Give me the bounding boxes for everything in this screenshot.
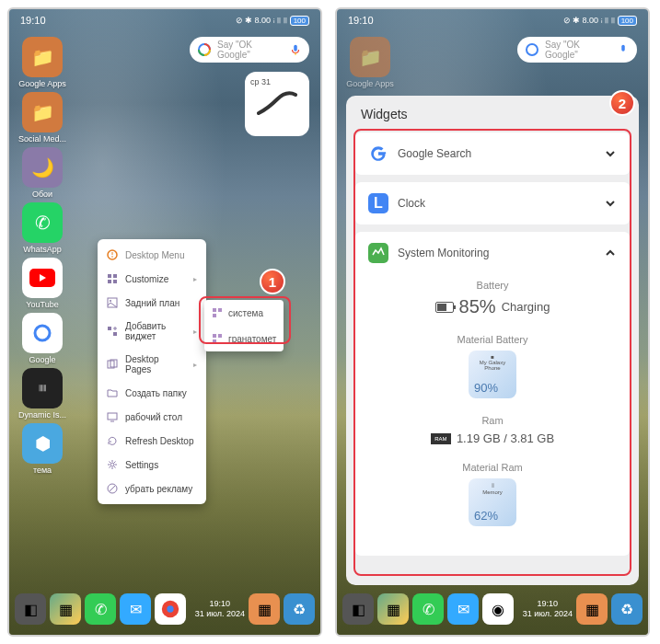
dock-apps[interactable]: ▦ xyxy=(249,593,280,625)
google-logo-icon xyxy=(525,42,539,57)
dock-app2[interactable]: ▦ xyxy=(50,593,81,625)
status-time: 19:10 xyxy=(20,15,46,26)
menu-refresh[interactable]: Refresh Desktop xyxy=(98,429,206,453)
app-social[interactable]: 📁Social Med... xyxy=(17,92,68,144)
svg-rect-1 xyxy=(294,45,297,52)
mic-icon[interactable] xyxy=(289,43,302,56)
svg-point-4 xyxy=(35,326,50,340)
desktop-context-menu: Desktop Menu Customize▸ Задний план Доба… xyxy=(98,239,206,504)
svg-point-31 xyxy=(527,44,538,55)
menu-background[interactable]: Задний план xyxy=(98,291,206,315)
svg-rect-11 xyxy=(113,280,117,283)
dock-phone[interactable]: ✆ xyxy=(85,593,116,625)
svg-rect-15 xyxy=(113,332,117,336)
dock-chrome[interactable] xyxy=(155,593,186,625)
phone-right: 19:10 ⊘ ✱ 8.00 ᵢ ⫴ ⫴100 Say "OK Google" … xyxy=(335,7,650,637)
app-google[interactable]: Google xyxy=(17,313,68,364)
svg-rect-32 xyxy=(621,45,625,52)
menu-title: Desktop Menu xyxy=(98,243,206,267)
svg-rect-18 xyxy=(108,413,117,420)
app-whatsapp[interactable]: ✆WhatsApp xyxy=(17,202,68,254)
app-dynamic[interactable]: ⫴⫴Dynamic Is... xyxy=(17,368,68,420)
menu-customize[interactable]: Customize▸ xyxy=(98,267,206,291)
svg-point-30 xyxy=(167,605,173,612)
menu-add-widget[interactable]: Добавить виджет▸ xyxy=(98,315,206,348)
svg-point-20 xyxy=(110,463,114,466)
dock-recycle[interactable]: ♻ xyxy=(284,593,315,625)
svg-line-22 xyxy=(110,486,115,491)
app-oboi[interactable]: 🌙Обои xyxy=(17,147,68,199)
menu-settings[interactable]: Settings xyxy=(98,453,206,477)
badge-2: 2 xyxy=(609,90,635,116)
callout-1 xyxy=(199,296,291,344)
svg-rect-8 xyxy=(108,274,111,278)
google-search-widget[interactable]: Say "OK Google" xyxy=(190,37,309,63)
dock: ◧ ▦ ✆ ✉ ◉ 19:1031 июл. 2024 ▦ ♻ xyxy=(342,589,643,629)
phone-left: 19:10 ⊘ ✱ 8.00 ᵢ ⫴ ⫴ 100 Say "OK Google"… xyxy=(7,7,322,637)
google-logo-icon xyxy=(197,42,212,57)
status-icons-right: ⊘ ✱ 8.00 ᵢ ⫴ ⫴ 100 xyxy=(236,16,309,26)
status-bar: 19:10 ⊘ ✱ 8.00 ᵢ ⫴ ⫴100 xyxy=(337,9,648,31)
dock: ◧ ▦ ✆ ✉ 19:1031 июл. 2024 ▦ ♻ xyxy=(15,589,315,629)
app-youtube[interactable]: YouTube xyxy=(17,258,68,309)
dock-messages[interactable]: ✉ xyxy=(120,593,151,625)
app-google-apps[interactable]: 📁Google Apps xyxy=(17,37,68,88)
app-tema[interactable]: ⬢тема xyxy=(17,423,68,475)
weather-widget[interactable]: ср 31 xyxy=(245,72,309,136)
badge-1: 1 xyxy=(260,269,285,294)
search-placeholder: Say "OK Google" xyxy=(217,40,284,60)
mic-icon xyxy=(617,43,630,56)
home-icons-column: 📁Google Apps 📁Social Med... 🌙Обои ✆Whats… xyxy=(17,37,68,478)
dock-app1[interactable]: ◧ xyxy=(15,593,46,625)
widgets-title: Widgets xyxy=(346,96,639,132)
menu-desktop[interactable]: рабочий стол xyxy=(98,405,206,429)
google-search-widget[interactable]: Say "OK Google" xyxy=(517,37,637,63)
menu-remove-ads[interactable]: убрать рекламу xyxy=(98,477,206,500)
menu-desktop-pages[interactable]: Desktop Pages▸ xyxy=(98,348,206,381)
dock-clock: 19:1031 июл. 2024 xyxy=(195,599,245,619)
svg-rect-10 xyxy=(108,280,111,283)
svg-point-13 xyxy=(110,300,111,302)
svg-rect-9 xyxy=(113,274,117,278)
svg-point-7 xyxy=(111,256,113,258)
callout-2 xyxy=(353,129,631,576)
battery-icon: 100 xyxy=(290,16,309,26)
status-bar: 19:10 ⊘ ✱ 8.00 ᵢ ⫴ ⫴ 100 xyxy=(9,9,320,31)
svg-rect-14 xyxy=(108,327,111,330)
menu-create-folder[interactable]: Создать папку xyxy=(98,381,206,405)
